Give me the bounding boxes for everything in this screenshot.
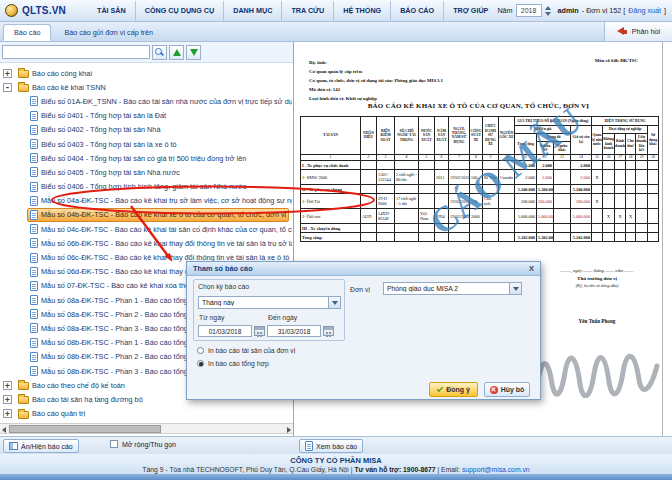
radio-icon[interactable] bbox=[197, 347, 204, 354]
support-phone: Tư vấn hỗ trợ: 1900-8677 bbox=[354, 466, 435, 473]
scroll-right-icon[interactable] bbox=[287, 427, 291, 433]
unit-select[interactable]: Phòng giáo dục MISA 2 bbox=[383, 282, 522, 295]
expand-icon[interactable]: + bbox=[3, 381, 12, 390]
tree-report-item-selected[interactable]: Mẫu số 04b-ĐK-TSC - Báo cáo kê khai xe ô… bbox=[0, 208, 293, 222]
view-report-button[interactable]: Xem báo cáo bbox=[299, 439, 363, 453]
period-group-label: Chọn kỳ báo cáo bbox=[198, 283, 249, 290]
scroll-left-icon[interactable] bbox=[2, 427, 6, 433]
report-group-header: GIÁ TRỊ THEO SỔ KẾ TOÁN (Nghìn đồng) bbox=[515, 117, 592, 126]
toggle-report-panel-button[interactable]: Ẩn/Hiện báo cáo bbox=[3, 439, 79, 453]
report-icon bbox=[30, 139, 38, 149]
tree-folder[interactable]: +Báo cáo công khai bbox=[0, 66, 293, 80]
to-date-input[interactable]: 31/03/2018 bbox=[267, 325, 321, 337]
report-cell bbox=[626, 224, 636, 233]
expand-icon[interactable]: + bbox=[3, 409, 12, 418]
tree-folder[interactable]: +Báo cáo quản trị bbox=[0, 407, 293, 421]
column-number: 6 bbox=[435, 154, 449, 161]
dropdown-button[interactable] bbox=[509, 283, 521, 294]
search-button[interactable] bbox=[152, 45, 167, 60]
report-sub-header: Sử dụng khác bbox=[648, 126, 659, 155]
column-number: 3 bbox=[377, 154, 395, 161]
checkbox-icon[interactable] bbox=[110, 440, 118, 448]
report-cell: 1- Ôtô Tải bbox=[301, 194, 361, 209]
year-input[interactable]: 2018 bbox=[516, 4, 542, 17]
tree-report-item[interactable]: Biểu số 0401 - Tổng hợp tài sản là Đất bbox=[0, 109, 293, 123]
expand-collapse-checkbox[interactable]: Mở rộng/Thu gọn bbox=[110, 440, 176, 448]
tree-report-item[interactable]: Mẫu số 06b-ĐK-TSC - Báo cáo kê khai thay… bbox=[0, 236, 293, 250]
report-cell bbox=[554, 233, 571, 242]
spinner-up-icon[interactable] bbox=[545, 6, 551, 10]
report-cell bbox=[648, 233, 659, 242]
calendar-icon[interactable] bbox=[254, 326, 265, 336]
feedback-button[interactable]: Phản hồi bbox=[604, 22, 672, 41]
tab-bao-cao-gui-cap-tren[interactable]: Báo cáo gửi đơn vị cấp trên bbox=[54, 24, 163, 41]
report-icon bbox=[30, 352, 38, 362]
expand-icon[interactable]: + bbox=[3, 69, 12, 78]
tree-report-item[interactable]: Biểu số 0405 - Tổng hợp tài sản Nhà nước bbox=[0, 165, 293, 179]
search-input[interactable] bbox=[2, 45, 150, 59]
cancel-button[interactable]: Hủy bỏ bbox=[484, 382, 530, 397]
tree-report-item[interactable]: Biểu số 0402 - Tổng hợp tài sản Nhà bbox=[0, 123, 293, 137]
report-info-line: Mã đơn vị: 142 bbox=[309, 85, 443, 94]
report-cell bbox=[648, 224, 659, 233]
menu-item[interactable]: BÁO CÁO bbox=[391, 1, 444, 21]
tree-report-item[interactable]: Mẫu số 04a-ĐK-TSC - Báo cáo kê khai trụ … bbox=[0, 194, 293, 208]
horizontal-scrollbar[interactable] bbox=[0, 423, 293, 434]
expand-icon[interactable]: + bbox=[3, 395, 12, 404]
report-cell bbox=[449, 185, 470, 194]
menu-item[interactable]: TRA CỨU bbox=[282, 1, 334, 21]
report-col-header: NGUỒN GỐC XE bbox=[499, 117, 515, 155]
report-cell bbox=[499, 161, 515, 170]
tree-report-item[interactable]: Biểu số 0403 - Tổng hợp tài sản là xe ô … bbox=[0, 137, 293, 151]
menu-item[interactable]: DANH MỤC bbox=[224, 1, 282, 21]
find-next-button[interactable] bbox=[186, 45, 201, 60]
report-icon bbox=[30, 167, 38, 177]
support-email-link[interactable]: support@misa.com.vn bbox=[462, 466, 530, 473]
tree-report-item[interactable]: Biểu số 01A-ĐK_TSNN - Báo cáo tài sản nh… bbox=[0, 94, 293, 108]
report-cell bbox=[449, 224, 470, 233]
ok-button[interactable]: Đồng ý bbox=[429, 382, 478, 397]
tree-folder[interactable]: -Báo cáo kê khai TSNN bbox=[0, 80, 293, 94]
report-cell bbox=[636, 194, 648, 209]
from-date-group: 01/03/2018 bbox=[198, 325, 265, 337]
from-date-input[interactable]: 01/03/2018 bbox=[198, 325, 252, 337]
dropdown-button[interactable] bbox=[328, 297, 340, 308]
logout-link[interactable]: Đăng xuất bbox=[628, 6, 661, 15]
menu-item[interactable]: HỆ THỐNG bbox=[334, 1, 391, 21]
report-icon bbox=[30, 309, 38, 319]
report-cell bbox=[419, 185, 435, 194]
report-cell bbox=[499, 224, 515, 233]
radio-print-unit-report[interactable]: In báo cáo tài sản của đơn vị bbox=[197, 347, 295, 354]
tree-item-label: Biểu số 0401 - Tổng hợp tài sản là Đất bbox=[41, 111, 166, 120]
tree-report-item[interactable]: Mẫu số 04c-ĐK-TSC - Báo cáo kê khai tài … bbox=[0, 222, 293, 236]
tree-report-item[interactable]: Biểu số 0404 - Tổng hợp tài sản có giá t… bbox=[0, 151, 293, 165]
report-info-block: Bộ, tỉnh: Cơ quan quản lý cấp trên: Cơ q… bbox=[309, 58, 443, 103]
report-cell bbox=[626, 185, 636, 194]
menu-item[interactable]: TÀI SẢN bbox=[88, 1, 136, 21]
report-cell bbox=[470, 233, 483, 242]
collapse-icon[interactable]: - bbox=[3, 83, 12, 92]
unit-text: - Đơn vị 152 [ bbox=[582, 6, 625, 15]
radio-selected-icon[interactable] bbox=[197, 360, 204, 367]
tree-report-item[interactable]: Biểu số 0406 - Tổng hợp tình hình tăng, … bbox=[0, 180, 293, 194]
report-cell bbox=[483, 224, 499, 233]
spinner-down-icon[interactable] bbox=[545, 12, 551, 16]
report-cell bbox=[615, 185, 626, 194]
report-sub-header: Nguyên giá bbox=[515, 126, 571, 134]
radio-print-summary-report[interactable]: In báo cáo tổng hợp bbox=[197, 360, 269, 367]
report-cell bbox=[449, 161, 470, 170]
find-previous-button[interactable] bbox=[169, 45, 184, 60]
tab-bao-cao[interactable]: Báo cáo bbox=[3, 24, 51, 41]
scrollbar-thumb[interactable] bbox=[9, 425, 161, 433]
close-icon[interactable]: X bbox=[529, 265, 534, 273]
tree-item-label: Biểu số 0402 - Tổng hợp tài sản Nhà bbox=[41, 125, 160, 134]
calendar-icon[interactable] bbox=[323, 326, 334, 336]
tree-item-label: Biểu số 0404 - Tổng hợp tài sản có giá t… bbox=[41, 154, 246, 163]
dialog-titlebar[interactable]: Tham số báo cáo X bbox=[187, 262, 540, 276]
report-cell bbox=[419, 194, 435, 209]
menu-item[interactable]: TRỢ GIÚP bbox=[444, 1, 497, 21]
year-spinner[interactable] bbox=[545, 6, 551, 16]
report-cell: III - Xe chuyên dùng bbox=[301, 224, 361, 233]
period-select[interactable]: Tháng này bbox=[198, 296, 341, 309]
menu-item[interactable]: CÔNG CỤ DỤNG CỤ bbox=[136, 1, 224, 21]
